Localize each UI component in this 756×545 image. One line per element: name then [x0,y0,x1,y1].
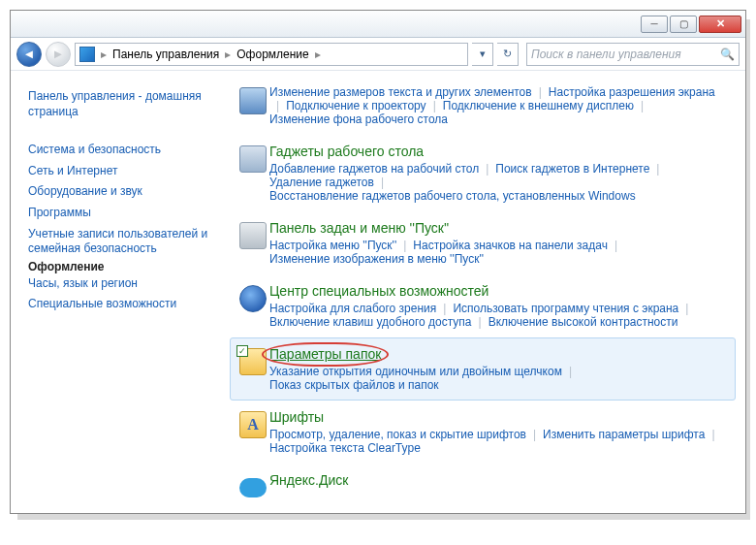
minimize-button[interactable]: ─ [641,16,668,33]
control-panel-icon [79,47,95,62]
display-icon [239,87,267,114]
section-title[interactable]: Шрифты [269,409,324,425]
refresh-button[interactable]: ↻ [497,43,519,66]
link[interactable]: Поиск гаджетов в Интернете [495,162,649,176]
breadcrumb-sep-icon: ▸ [99,48,109,61]
address-history-dropdown[interactable]: ▾ [472,43,493,66]
sidebar-item-hardware[interactable]: Оборудование и звук [28,181,212,203]
link[interactable]: Включение клавиш удобного доступа [269,315,472,329]
sidebar-item-programs[interactable]: Программы [28,203,212,224]
content-pane: Изменение размеров текста и других элеме… [224,71,745,513]
taskbar-icon [239,222,267,249]
section-fonts: A Шрифты Просмотр, удаление, показ и скр… [230,401,736,464]
sidebar: Панель управления - домашняя страница Си… [11,71,224,513]
link[interactable]: Удаление гаджетов [269,176,374,189]
sidebar-item-ease[interactable]: Специальные возможности [28,294,212,315]
close-button[interactable]: ✕ [699,16,741,33]
link[interactable]: Добавление гаджетов на рабочий стол [269,162,479,176]
link[interactable]: Подключение к проектору [286,99,426,112]
fonts-icon: A [239,411,267,438]
section-title[interactable]: Параметры папок [269,346,381,362]
link[interactable]: Изменение фона рабочего стола [269,112,448,126]
link[interactable]: Включение высокой контрастности [488,315,678,329]
forward-button: ► [46,42,71,67]
link[interactable]: Изменение размеров текста и других элеме… [269,85,532,99]
link[interactable]: Настройка значков на панели задач [413,239,608,252]
nav-toolbar: ◄ ► ▸ Панель управления ▸ Оформление ▸ ▾… [11,38,745,71]
link[interactable]: Показ скрытых файлов и папок [269,378,439,392]
ease-of-access-icon [239,285,267,312]
sidebar-item-appearance: Оформление [28,260,105,273]
section-gadgets: Гаджеты рабочего стола Добавление гаджет… [230,135,736,211]
cloud-icon [239,478,267,497]
section-yandex-disk: Яндекс.Диск [230,464,736,506]
link[interactable]: Восстановление гаджетов рабочего стола, … [269,189,636,203]
gadgets-icon [239,145,267,173]
link[interactable]: Указание открытия одиночным или двойным … [269,365,562,378]
search-input[interactable]: Поиск в панели управления 🔍 [526,43,740,66]
search-placeholder: Поиск в панели управления [531,48,681,61]
section-ease-of-access: Центр специальных возможностей Настройка… [230,274,736,337]
link[interactable]: Настройка разрешения экрана [549,85,715,99]
breadcrumb-item[interactable]: Панель управления [109,48,223,61]
link[interactable]: Изменение изображения в меню ''Пуск'' [269,252,484,266]
section-folder-options: ✓ Параметры папок Указание открытия один… [230,337,736,401]
breadcrumb-sep-icon: ▸ [313,48,323,61]
sidebar-item-system[interactable]: Система и безопасность [28,140,212,161]
section-taskbar: Панель задач и меню ''Пуск'' Настройка м… [230,211,736,274]
link[interactable]: Подключение к внешнему дисплею [443,99,634,112]
link[interactable]: Настройка текста ClearType [269,441,421,455]
search-icon: 🔍 [720,48,735,61]
section-title[interactable]: Яндекс.Диск [269,472,348,488]
section-title[interactable]: Панель задач и меню ''Пуск'' [269,220,449,236]
sidebar-item-clock[interactable]: Часы, язык и регион [28,273,212,295]
address-bar[interactable]: ▸ Панель управления ▸ Оформление ▸ [75,43,468,66]
folder-options-icon: ✓ [239,348,267,375]
section-title[interactable]: Гаджеты рабочего стола [269,144,424,159]
link[interactable]: Использовать программу чтения с экрана [453,302,678,315]
link[interactable]: Изменить параметры шрифта [543,428,705,441]
explorer-window: ─ ▢ ✕ ◄ ► ▸ Панель управления ▸ Оформлен… [10,10,746,514]
breadcrumb-sep-icon: ▸ [223,48,233,61]
link[interactable]: Настройка для слабого зрения [269,302,436,315]
sidebar-item-users[interactable]: Учетные записи пользователей и семейная … [28,224,212,260]
checkmark-icon: ✓ [236,345,248,357]
back-button[interactable]: ◄ [16,42,42,67]
breadcrumb-item[interactable]: Оформление [233,48,312,61]
link[interactable]: Просмотр, удаление, показ и скрытие шриф… [269,428,526,441]
maximize-button[interactable]: ▢ [670,16,697,33]
link[interactable]: Настройка меню ''Пуск'' [269,239,396,252]
section-display: Изменение размеров текста и других элеме… [230,77,736,135]
sidebar-home-link[interactable]: Панель управления - домашняя страница [28,86,212,122]
window-titlebar: ─ ▢ ✕ [11,11,745,38]
sidebar-item-network[interactable]: Сеть и Интернет [28,161,212,182]
section-title[interactable]: Центр специальных возможностей [269,283,488,299]
